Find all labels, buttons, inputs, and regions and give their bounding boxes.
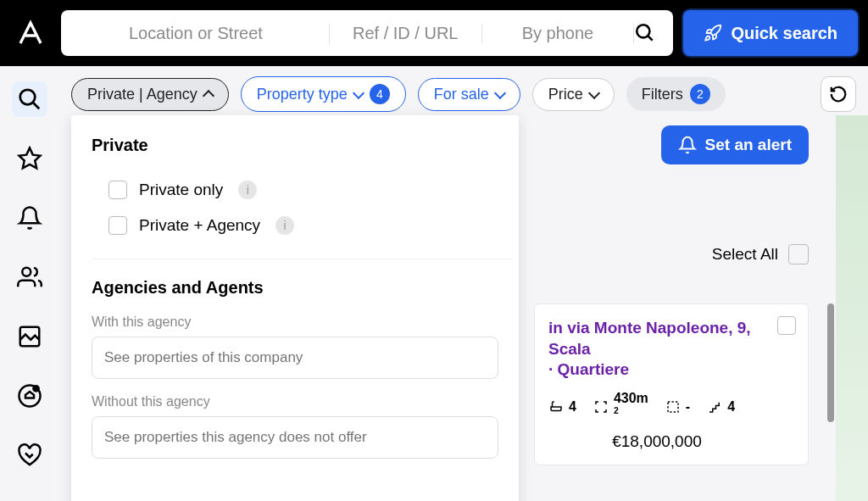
search-ref-segment[interactable]: Ref / ID / URL [330,24,482,43]
bell-icon [678,136,697,154]
users-icon [17,264,42,290]
logo[interactable] [10,13,51,53]
set-alert-button[interactable]: Set an alert [661,125,809,164]
listing-bath: 4 [548,399,576,415]
chip-label: Property type [257,86,348,103]
svg-point-2 [20,90,36,105]
listing-meta: 4 430m2 - 4 [548,391,765,422]
select-all-checkbox[interactable] [788,244,809,264]
top-bar: Location or Street Ref / ID / URL By pho… [0,0,868,66]
main-search-bar[interactable]: Location or Street Ref / ID / URL By pho… [61,10,673,56]
dropdown-section-agencies: Agencies and Agents [92,278,498,298]
sidebar-favorites[interactable] [12,141,47,176]
checkbox[interactable] [108,216,127,235]
quick-search-button[interactable]: Quick search [683,10,858,56]
refresh-button[interactable] [821,76,856,112]
map-preview[interactable] [836,115,868,501]
chevron-down-icon [588,87,600,99]
without-agency-input[interactable] [92,416,498,459]
listing-other: - [665,399,690,415]
svg-point-5 [22,268,31,276]
sidebar-home[interactable] [12,378,47,414]
svg-line-3 [33,103,40,109]
star-icon [17,146,42,171]
stairs-icon [707,399,722,415]
bell-icon [17,205,42,231]
checkbox[interactable] [108,181,127,199]
chip-private-agency[interactable]: Private | Agency [71,78,229,111]
chevron-down-icon [494,87,506,99]
svg-rect-9 [668,402,678,412]
refresh-icon [829,85,848,103]
option-label: Private + Agency [139,216,260,235]
chip-count-badge: 2 [690,84,710,104]
chip-count-badge: 4 [370,84,390,104]
info-icon[interactable]: i [275,216,294,235]
search-location-segment[interactable]: Location or Street [78,24,330,43]
without-agency-label: Without this agency [92,394,498,409]
chip-label: For sale [434,86,489,103]
svg-point-8 [33,386,38,391]
area-icon [593,399,609,415]
sidebar-people[interactable] [12,259,47,295]
chip-property-type[interactable]: Property type 4 [241,76,406,112]
svg-point-0 [637,25,650,37]
private-agency-dropdown: Private Private only i Private + Agency … [71,115,519,501]
rocket-icon [704,24,722,42]
info-icon[interactable]: i [238,181,257,199]
select-all-row[interactable]: Select All [712,244,809,264]
chip-price[interactable]: Price [532,78,615,111]
sidebar-handshake[interactable] [12,437,47,473]
dimension-icon [665,399,681,415]
scrollbar[interactable] [827,303,834,422]
with-agency-label: With this agency [92,315,498,330]
search-icon[interactable] [634,22,656,44]
listing-card[interactable]: in via Monte Napoleone, 9, Scala · Quart… [534,303,809,465]
quick-search-label: Quick search [731,24,837,43]
alert-button-label: Set an alert [705,136,792,154]
option-private-only[interactable]: Private only i [92,172,498,208]
chip-filters[interactable]: Filters 2 [626,77,726,111]
chip-for-sale[interactable]: For sale [418,78,520,111]
chip-label: Price [548,86,583,103]
svg-line-1 [648,36,653,40]
listing-price: €18,000,000 [548,432,765,451]
chevron-down-icon [353,87,364,99]
option-label: Private only [139,181,223,199]
search-icon [17,86,42,112]
search-phone-segment[interactable]: By phone [482,24,635,43]
option-private-plus-agency[interactable]: Private + Agency i [92,208,498,243]
main-content: Private | Agency Property type 4 For sal… [59,66,868,122]
filter-row: Private | Agency Property type 4 For sal… [71,76,856,112]
listing-checkbox[interactable] [777,316,796,335]
handshake-icon [17,443,42,468]
svg-marker-4 [19,148,41,169]
listing-floors: 4 [707,399,735,415]
divider [92,259,512,259]
select-all-label: Select All [712,245,778,264]
sidebar-alerts[interactable] [12,200,47,236]
chevron-up-icon [203,90,214,102]
sidebar [0,66,59,501]
home-icon [17,383,42,409]
sidebar-search[interactable] [12,81,47,117]
with-agency-input[interactable] [92,337,498,379]
dropdown-section-private: Private [92,136,498,155]
sidebar-images[interactable] [12,319,47,354]
chip-label: Filters [642,86,683,103]
bath-icon [548,399,564,415]
listing-title[interactable]: in via Monte Napoleone, 9, Scala · Quart… [548,318,765,381]
image-icon [17,324,42,349]
chip-label: Private | Agency [87,86,198,103]
listing-area: 430m2 [593,391,648,422]
